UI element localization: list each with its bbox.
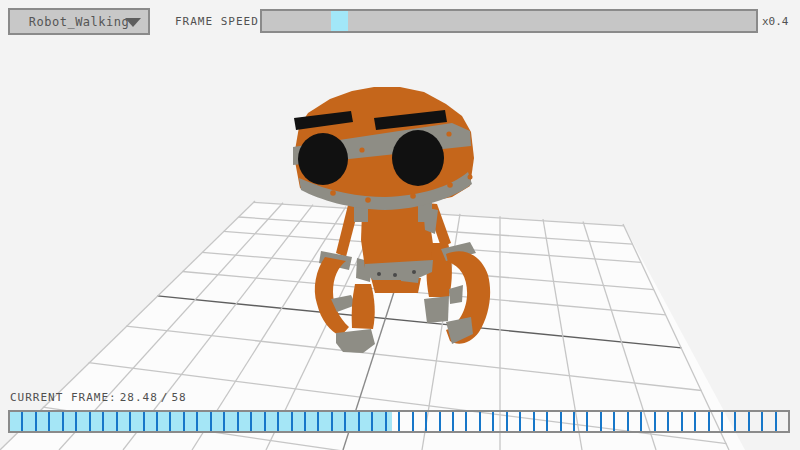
timeline-cell[interactable] — [479, 412, 492, 431]
timeline-cell[interactable] — [223, 412, 236, 431]
timeline-cell[interactable] — [734, 412, 747, 431]
timeline-cell[interactable] — [48, 412, 61, 431]
timeline-cell[interactable] — [277, 412, 290, 431]
timeline-cell[interactable] — [291, 412, 304, 431]
frame-speed-slider-track[interactable] — [260, 9, 758, 33]
timeline-cell[interactable] — [183, 412, 196, 431]
timeline-cell[interactable] — [721, 412, 734, 431]
timeline-cell[interactable] — [613, 412, 626, 431]
timeline-cell[interactable] — [75, 412, 88, 431]
viewport-3d[interactable] — [0, 0, 800, 450]
timeline-cell[interactable] — [465, 412, 478, 431]
frame-speed-slider-handle[interactable] — [331, 11, 348, 31]
timeline-cell[interactable] — [169, 412, 182, 431]
timeline-cell[interactable] — [694, 412, 707, 431]
timeline-cell[interactable] — [116, 412, 129, 431]
animation-select-dropdown[interactable]: Robot_Walking — [8, 8, 150, 35]
timeline-cell[interactable] — [412, 412, 425, 431]
robot-right-eye — [392, 130, 444, 186]
robot-left-eye — [298, 133, 348, 185]
timeline-cell[interactable] — [667, 412, 680, 431]
timeline-cell[interactable] — [62, 412, 75, 431]
timeline-cell[interactable] — [10, 412, 21, 431]
timeline-cell[interactable] — [573, 412, 586, 431]
timeline-cell[interactable] — [748, 412, 761, 431]
timeline-cell[interactable] — [304, 412, 317, 431]
timeline-cell[interactable] — [627, 412, 640, 431]
timeline-cell[interactable] — [371, 412, 384, 431]
timeline-cell[interactable] — [237, 412, 250, 431]
timeline-cell[interactable] — [761, 412, 774, 431]
timeline-cell[interactable] — [129, 412, 142, 431]
timeline-cell[interactable] — [143, 412, 156, 431]
timeline-cell[interactable] — [196, 412, 209, 431]
timeline-cell[interactable] — [506, 412, 519, 431]
timeline-cell[interactable] — [385, 412, 398, 431]
current-frame-separator: / — [161, 391, 169, 404]
timeline-cell[interactable] — [398, 412, 411, 431]
timeline-cell[interactable] — [439, 412, 452, 431]
timeline-cell[interactable] — [654, 412, 667, 431]
timeline-cell[interactable] — [35, 412, 48, 431]
timeline-cell[interactable] — [708, 412, 721, 431]
timeline-cell[interactable] — [586, 412, 599, 431]
timeline-cell[interactable] — [156, 412, 169, 431]
timeline-cell[interactable] — [344, 412, 357, 431]
timeline-cell[interactable] — [546, 412, 559, 431]
timeline-cell[interactable] — [519, 412, 532, 431]
timeline-cell[interactable] — [358, 412, 371, 431]
current-frame-value: 28.48 — [120, 391, 158, 404]
timeline[interactable] — [8, 410, 790, 433]
timeline-cell[interactable] — [600, 412, 613, 431]
timeline-cell[interactable] — [250, 412, 263, 431]
timeline-cell[interactable] — [681, 412, 694, 431]
timeline-cell[interactable] — [102, 412, 115, 431]
timeline-cell[interactable] — [331, 412, 344, 431]
timeline-cell[interactable] — [89, 412, 102, 431]
frame-speed-label: FRAME SPEED: — [175, 15, 266, 28]
chevron-down-icon — [125, 18, 141, 27]
frame-speed-value: x0.4 — [762, 15, 789, 28]
timeline-cell[interactable] — [775, 412, 788, 431]
robot-left-leg — [352, 284, 375, 329]
timeline-cell[interactable] — [264, 412, 277, 431]
timeline-cell[interactable] — [560, 412, 573, 431]
timeline-cell[interactable] — [317, 412, 330, 431]
timeline-cell[interactable] — [492, 412, 505, 431]
timeline-cell[interactable] — [452, 412, 465, 431]
timeline-cell[interactable] — [425, 412, 438, 431]
animation-viewer-window: { "window": { "width": 800, "height": 45… — [0, 0, 800, 450]
timeline-cell[interactable] — [640, 412, 653, 431]
current-frame-readout: CURRENT FRAME:28.48/58 — [10, 391, 190, 404]
total-frames-value: 58 — [171, 391, 186, 404]
current-frame-label: CURRENT FRAME: — [10, 391, 117, 404]
robot-right-foot — [424, 296, 449, 323]
animation-select-value: Robot_Walking — [29, 15, 129, 29]
timeline-cell[interactable] — [210, 412, 223, 431]
timeline-cell[interactable] — [21, 412, 34, 431]
timeline-cells — [10, 412, 788, 431]
timeline-cell[interactable] — [533, 412, 546, 431]
